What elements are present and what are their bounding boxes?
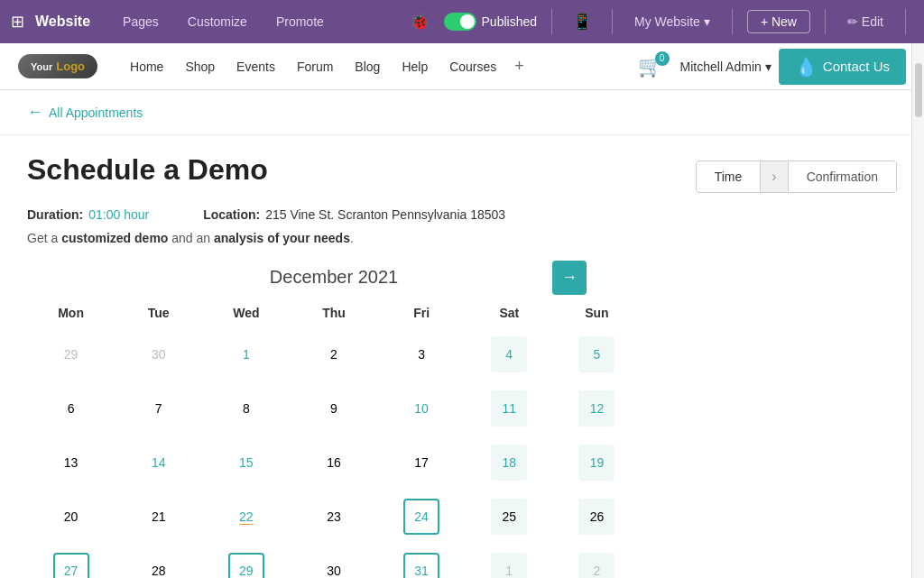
contact-us-button[interactable]: 💧 Contact Us [779,49,906,85]
edit-button[interactable]: ✏ Edit [840,11,891,32]
nav-help[interactable]: Help [391,56,439,78]
nav-home[interactable]: Home [119,56,174,78]
calendar-weekday-header: Mon [27,298,115,327]
day-number: 16 [316,445,352,481]
day-number: 7 [141,390,177,427]
calendar-day-cell[interactable]: 14 [115,436,202,490]
calendar-day-cell[interactable]: 15 [202,436,290,490]
day-number: 28 [141,553,177,578]
add-nav-item-button[interactable]: + [507,57,531,76]
nav-blog[interactable]: Blog [344,56,391,78]
logo[interactable]: Your Logo [18,54,97,78]
calendar-day-cell[interactable]: 30 [115,327,202,381]
my-website-button[interactable]: My Website ▾ [627,11,717,32]
step-confirmation-button[interactable]: Confirmation [788,162,896,191]
calendar-day-cell[interactable]: 4 [466,327,553,381]
day-number: 1 [228,336,264,372]
scrollbar[interactable] [911,43,924,578]
step-time-button[interactable]: Time [697,162,761,191]
day-number: 4 [491,336,527,372]
day-number: 2 [316,336,352,372]
admin-menu-button[interactable]: Mitchell Admin ▾ [673,56,779,78]
calendar-day-cell[interactable]: 23 [290,490,377,544]
calendar-weekday-header: Wed [202,298,290,327]
calendar-day-cell[interactable]: 2 [553,544,641,578]
grid-icon[interactable]: ⊞ [11,12,24,32]
day-number: 29 [53,336,89,372]
day-number: 29 [228,553,264,578]
breadcrumb-bar: ← All Appointments [0,90,924,135]
calendar-day-cell[interactable]: 1 [466,544,553,578]
calendar-weekday-header: Fri [378,298,466,327]
calendar-day-cell[interactable]: 20 [27,490,115,544]
day-number: 11 [491,390,527,427]
nav-customize[interactable]: Customize [177,11,258,32]
scrollbar-thumb[interactable] [915,63,922,117]
cart-button[interactable]: 🛒 0 [627,51,673,82]
nav-courses[interactable]: Courses [439,56,507,78]
day-number: 21 [141,499,177,535]
calendar-day-cell[interactable]: 25 [466,490,553,544]
location-label: Location: [203,207,260,222]
calendar-header: December 2021 → [27,267,641,288]
calendar-day-cell[interactable]: 26 [553,490,641,544]
day-number: 24 [403,499,439,535]
page-title: Schedule a Demo [27,153,268,187]
calendar-weekday-header: Thu [290,298,377,327]
day-number: 10 [403,390,439,427]
calendar-week-row: 6789101112 [27,381,641,436]
calendar-day-cell[interactable]: 18 [466,436,553,490]
site-name[interactable]: Website [35,14,90,30]
calendar-day-cell[interactable]: 13 [27,436,115,490]
duration-detail: Duration: 01:00 hour [27,207,149,222]
day-number: 17 [403,445,439,481]
admin-name: Mitchell Admin [680,60,762,74]
day-number: 19 [578,445,614,481]
calendar-weekday-header: Tue [115,298,202,327]
back-link[interactable]: ← All Appointments [27,103,897,122]
publish-label: Published [482,14,538,29]
calendar-day-cell[interactable]: 11 [466,381,553,436]
calendar-day-cell[interactable]: 12 [553,381,641,436]
calendar-day-cell[interactable]: 24 [378,490,466,544]
calendar-day-cell[interactable]: 2 [290,327,377,381]
nav-shop[interactable]: Shop [174,56,226,78]
calendar-next-button[interactable]: → [552,261,587,295]
nav-forum[interactable]: Forum [286,56,344,78]
calendar-day-cell[interactable]: 7 [115,381,202,436]
mobile-preview-icon[interactable]: 📱 [572,12,592,32]
calendar-day-cell[interactable]: 28 [115,544,202,578]
calendar-day-cell[interactable]: 27 [27,544,115,578]
logo-text: Logo [56,60,85,73]
day-number: 25 [491,499,527,535]
publish-toggle[interactable]: Published [444,13,538,31]
calendar-day-cell[interactable]: 5 [553,327,641,381]
calendar-day-cell[interactable]: 17 [378,436,466,490]
step-arrow-icon: › [760,161,787,192]
calendar-day-cell[interactable]: 31 [378,544,466,578]
calendar-day-cell[interactable]: 6 [27,381,115,436]
calendar-day-cell[interactable]: 30 [290,544,377,578]
calendar-day-cell[interactable]: 21 [115,490,202,544]
nav-events[interactable]: Events [226,56,286,78]
steps-navigation: Time › Confirmation [696,161,897,193]
day-number: 31 [403,553,439,578]
nav-promote[interactable]: Promote [265,11,335,32]
calendar-title: December 2021 [27,267,641,288]
calendar-day-cell[interactable]: 1 [202,327,290,381]
calendar-day-cell[interactable]: 3 [378,327,466,381]
calendar-day-cell[interactable]: 19 [553,436,641,490]
day-number: 2 [578,553,614,578]
calendar-day-cell[interactable]: 16 [290,436,377,490]
calendar-week-row: 293012345 [27,327,641,381]
calendar-day-cell[interactable]: 29 [27,327,115,381]
new-button[interactable]: + New [747,10,810,33]
nav-pages[interactable]: Pages [112,11,170,32]
calendar-day-cell[interactable]: 9 [290,381,377,436]
calendar-day-cell[interactable]: 10 [378,381,466,436]
bug-icon[interactable]: 🐞 [410,12,430,32]
calendar-day-cell[interactable]: 29 [202,544,290,578]
calendar-day-cell[interactable]: 22 [202,490,290,544]
location-detail: Location: 215 Vine St. Scranton Pennsylv… [203,207,505,222]
calendar-day-cell[interactable]: 8 [202,381,290,436]
